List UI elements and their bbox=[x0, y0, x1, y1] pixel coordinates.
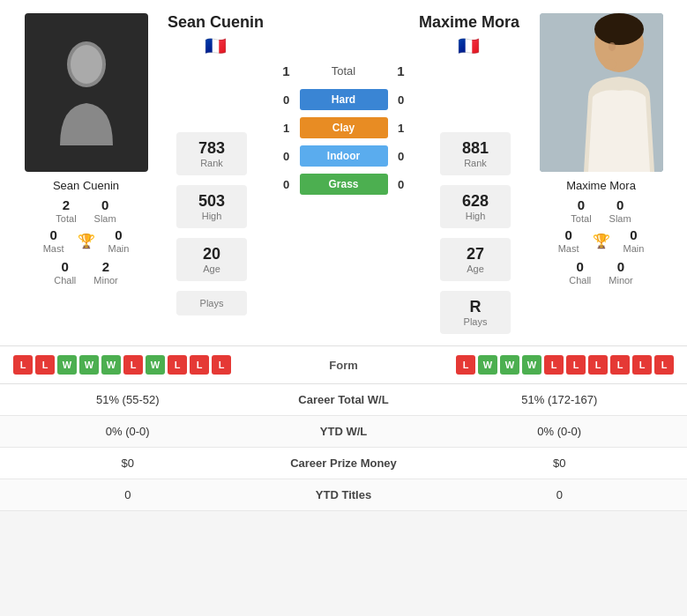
players-section: Sean Cuenin 2 Total 0 Slam 0 Mast 🏆 0 bbox=[0, 0, 687, 346]
player-left-chall: 0 Chall bbox=[54, 259, 76, 286]
player-right-avatar bbox=[540, 13, 663, 172]
right-rank-col: 881 Rank 628 High 27 Age R Plays bbox=[431, 130, 519, 337]
titles-left: 0 bbox=[0, 488, 256, 501]
indoor-left-num: 0 bbox=[273, 150, 300, 163]
right-high-box: 628 High bbox=[440, 185, 511, 228]
prize-label: Career Prize Money bbox=[256, 456, 432, 470]
grass-left-num: 0 bbox=[273, 178, 300, 191]
player-left-name: Sean Cuenin bbox=[53, 179, 119, 192]
grass-btn: Grass bbox=[300, 174, 388, 195]
form-badge-right-6: L bbox=[566, 355, 586, 375]
career-wl-right: 51% (172-167) bbox=[432, 393, 688, 406]
form-badges-right: L W W W L L L L L L bbox=[456, 355, 674, 375]
player-right-name: Maxime Mora bbox=[566, 179, 636, 192]
player-right: Maxime Mora 0 Total 0 Slam 0 Mast 🏆 0 bbox=[524, 13, 678, 337]
right-rank-box: 881 Rank bbox=[440, 132, 511, 175]
player-right-minor: 0 Minor bbox=[609, 259, 633, 286]
form-badge-right-1: L bbox=[456, 355, 475, 375]
ytd-wl-right: 0% (0-0) bbox=[432, 425, 688, 438]
form-badge-right-10: L bbox=[654, 355, 674, 375]
inner-center: 783 Rank 503 High 20 Age Plays bbox=[168, 85, 519, 337]
form-badge-left-8: L bbox=[168, 355, 187, 375]
player-right-mast: 0 Mast bbox=[558, 227, 579, 254]
total-row: 1 Total 1 bbox=[168, 63, 519, 78]
career-wl-left: 51% (55-52) bbox=[0, 393, 256, 406]
form-badge-right-9: L bbox=[632, 355, 652, 375]
player-left-trophy-row: 0 Mast 🏆 0 Main bbox=[43, 227, 130, 254]
clay-left-num: 1 bbox=[273, 122, 300, 135]
player-right-total: 0 Total bbox=[571, 197, 591, 224]
left-rank-col: 783 Rank 503 High 20 Age Plays bbox=[168, 130, 256, 318]
svg-point-6 bbox=[603, 59, 617, 70]
left-high-box: 503 High bbox=[176, 185, 247, 228]
player-right-trophy-row: 0 Mast 🏆 0 Main bbox=[558, 227, 645, 254]
form-badge-right-7: L bbox=[588, 355, 608, 375]
player-left-mast: 0 Mast bbox=[43, 227, 64, 254]
form-badge-left-2: L bbox=[35, 355, 55, 375]
player-right-main: 0 Main bbox=[624, 227, 645, 254]
indoor-btn: Indoor bbox=[300, 145, 388, 167]
left-name-flag: Sean Cuenin 🇫🇷 bbox=[168, 13, 264, 56]
surface-indoor-row: 0 Indoor 0 bbox=[256, 145, 431, 167]
hard-right-num: 0 bbox=[388, 93, 414, 107]
form-badge-left-3: W bbox=[57, 355, 77, 375]
player-right-chall: 0 Chall bbox=[569, 259, 591, 286]
form-badge-right-4: W bbox=[522, 355, 541, 375]
player-right-top-stats: 0 Total 0 Slam bbox=[571, 197, 631, 224]
prize-right: $0 bbox=[432, 456, 688, 470]
indoor-right-num: 0 bbox=[388, 150, 414, 163]
clay-right-num: 1 bbox=[388, 122, 414, 135]
player-left-minor: 2 Minor bbox=[93, 259, 118, 286]
form-badge-left-1: L bbox=[13, 355, 33, 375]
form-label: Form bbox=[309, 359, 379, 372]
surface-grass-row: 0 Grass 0 bbox=[256, 174, 431, 195]
form-badge-left-5: W bbox=[101, 355, 121, 375]
player-left-main: 0 Main bbox=[108, 227, 130, 254]
clay-btn: Clay bbox=[300, 117, 388, 138]
trophy-icon-right: 🏆 bbox=[593, 233, 610, 249]
stats-row-titles: 0 YTD Titles 0 bbox=[0, 479, 687, 511]
player-left-avatar bbox=[25, 13, 148, 172]
surfaces-col: 0 Hard 0 1 Clay 1 0 Indoor 0 bbox=[256, 85, 431, 198]
surface-hard-row: 0 Hard 0 bbox=[256, 89, 431, 110]
left-rank-box: 783 Rank bbox=[176, 132, 247, 175]
player-right-slam: 0 Slam bbox=[609, 197, 631, 224]
grass-right-num: 0 bbox=[388, 178, 414, 191]
form-badge-left-4: W bbox=[79, 355, 99, 375]
svg-point-5 bbox=[609, 42, 616, 51]
player-left-bottom-stats: 0 Chall 2 Minor bbox=[54, 259, 118, 286]
svg-point-1 bbox=[71, 45, 102, 84]
stats-row-career-wl: 51% (55-52) Career Total W/L 51% (172-16… bbox=[0, 384, 687, 416]
career-wl-label: Career Total W/L bbox=[256, 393, 432, 406]
player-left-total: 2 Total bbox=[56, 197, 76, 224]
stats-table: 51% (55-52) Career Total W/L 51% (172-16… bbox=[0, 384, 687, 511]
player-left-slam: 0 Slam bbox=[94, 197, 116, 224]
center-panel: Sean Cuenin 🇫🇷 Maxime Mora 🇫🇷 1 Total 1 bbox=[163, 13, 524, 337]
ytd-wl-label: YTD W/L bbox=[256, 425, 432, 438]
stats-row-ytd-wl: 0% (0-0) YTD W/L 0% (0-0) bbox=[0, 416, 687, 448]
form-badge-left-7: W bbox=[146, 355, 165, 375]
hard-btn: Hard bbox=[300, 89, 388, 110]
right-name-flag: Maxime Mora 🇫🇷 bbox=[419, 13, 519, 56]
titles-right: 0 bbox=[432, 488, 688, 501]
form-badge-left-9: L bbox=[190, 355, 209, 375]
form-badge-left-6: L bbox=[123, 355, 143, 375]
form-badge-right-2: W bbox=[478, 355, 497, 375]
ytd-wl-left: 0% (0-0) bbox=[0, 425, 256, 438]
left-plays-box: Plays bbox=[176, 291, 247, 315]
form-section: L L W W W L W L L L Form L W W W L L L L… bbox=[0, 346, 687, 384]
form-badge-right-5: L bbox=[544, 355, 564, 375]
surface-clay-row: 1 Clay 1 bbox=[256, 117, 431, 138]
svg-point-4 bbox=[594, 13, 644, 45]
right-plays-box: R Plays bbox=[440, 291, 511, 334]
left-age-box: 20 Age bbox=[176, 238, 247, 281]
right-age-box: 27 Age bbox=[440, 238, 511, 281]
titles-label: YTD Titles bbox=[256, 488, 432, 501]
player-left: Sean Cuenin 2 Total 0 Slam 0 Mast 🏆 0 bbox=[9, 13, 163, 337]
trophy-icon-left: 🏆 bbox=[78, 233, 95, 249]
form-badge-right-8: L bbox=[610, 355, 630, 375]
player-right-bottom-stats: 0 Chall 0 Minor bbox=[569, 259, 633, 286]
prize-left: $0 bbox=[0, 456, 256, 470]
form-badge-left-10: L bbox=[212, 355, 231, 375]
player-left-top-stats: 2 Total 0 Slam bbox=[56, 197, 116, 224]
